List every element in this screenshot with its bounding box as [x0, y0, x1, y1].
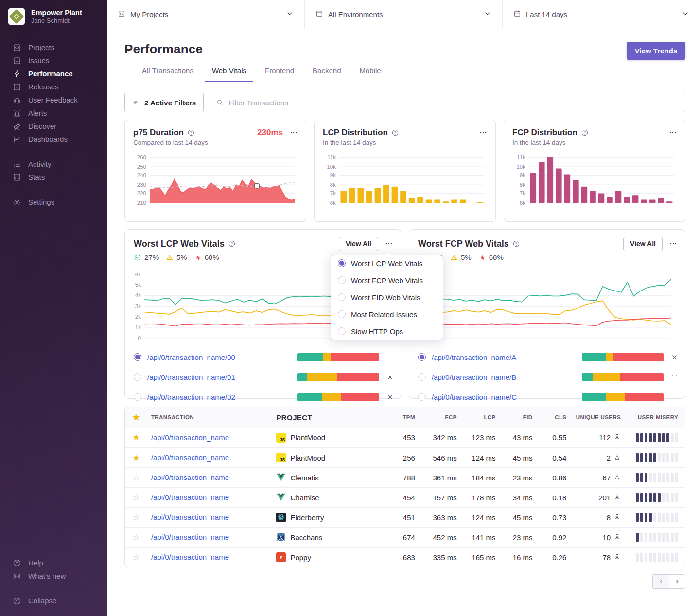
close-icon[interactable] [671, 394, 678, 401]
view-all-button[interactable]: View All [623, 237, 663, 251]
tab-mobile[interactable]: Mobile [352, 67, 387, 82]
transaction-link[interactable]: /api/0/transaction_name/B [432, 373, 582, 381]
worst-fcp-chart[interactable]: 6k5k4k3k2k1k0 [409, 265, 685, 347]
radio-unselected[interactable] [134, 373, 141, 381]
menu-item-worst-lcp-web-vitals[interactable]: Worst LCP Web Vitals [331, 255, 443, 272]
close-icon[interactable] [386, 354, 394, 361]
column-header-user-misery[interactable]: USER MISERY [625, 414, 685, 420]
help-icon[interactable] [512, 240, 520, 248]
ellipsis-menu-icon[interactable] [669, 129, 677, 137]
radio-unselected[interactable] [418, 393, 426, 401]
project-cell[interactable]: JSPlantMood [272, 453, 385, 462]
sidebar-item-issues[interactable]: Issues [0, 54, 107, 67]
sidebar-item-collapse[interactable]: Collapse [0, 594, 107, 607]
star-outline-icon[interactable]: ☆ [125, 494, 147, 502]
star-filled-icon[interactable]: ★ [125, 433, 147, 442]
lcp-distribution-chart[interactable]: 11k10k9k8k7k6k [323, 150, 487, 210]
date-range-selector[interactable]: Last 14 days [503, 0, 700, 29]
environment-selector[interactable]: All Environments [305, 0, 503, 29]
star-column-header[interactable]: ★ [125, 413, 147, 422]
view-all-button[interactable]: View All [339, 237, 378, 251]
ellipsis-menu-icon[interactable] [479, 129, 487, 137]
org-switcher[interactable]: Empower Plant Jane Schmidt [0, 8, 107, 25]
transaction-link[interactable]: /api/0/transaction_name [151, 473, 229, 481]
project-cell[interactable]: Chamise [272, 493, 385, 502]
transaction-link[interactable]: /api/0/transaction_name/C [432, 393, 582, 401]
sidebar-item-dashboards[interactable]: Dashboards [0, 133, 107, 146]
close-icon[interactable] [671, 354, 678, 361]
view-trends-button[interactable]: View Trends [627, 42, 685, 60]
tab-backend[interactable]: Backend [306, 67, 348, 82]
close-icon[interactable] [671, 374, 678, 381]
column-header-transaction[interactable]: TRANSACTION [147, 414, 273, 420]
sidebar-item-activity[interactable]: Activity [0, 157, 107, 171]
sidebar-item-releases[interactable]: Releases [0, 80, 107, 93]
sidebar-item-performance[interactable]: Performance [0, 67, 107, 80]
column-header-fid[interactable]: FID [500, 414, 537, 420]
transaction-link[interactable]: /api/0/transaction_name [151, 513, 229, 521]
transaction-link[interactable]: /api/0/transaction_name [151, 493, 229, 501]
radio-unselected[interactable] [418, 373, 426, 381]
tab-frontend[interactable]: Frontend [258, 67, 301, 82]
sidebar-item-settings[interactable]: Settings [0, 195, 107, 208]
help-icon[interactable] [581, 129, 589, 137]
radio-unselected[interactable] [134, 393, 141, 401]
sidebar-item-help[interactable]: Help [0, 556, 107, 569]
transaction-link[interactable]: /api/0/transaction_name/01 [147, 373, 298, 381]
star-outline-icon[interactable]: ☆ [125, 474, 147, 482]
transaction-link[interactable]: /api/0/transaction_name [151, 453, 229, 462]
sidebar-item-alerts[interactable]: Alerts [0, 106, 107, 120]
active-filters-button[interactable]: 2 Active Filters [124, 93, 204, 112]
project-cell[interactable]: Elderberry [272, 513, 385, 522]
project-cell[interactable]: JSPlantMood [272, 433, 385, 443]
sidebar-item-discover[interactable]: Discover [0, 120, 107, 133]
menu-item-most-related-issues[interactable]: Most Related Issues [331, 306, 443, 323]
project-cell[interactable]: Baccharis [272, 532, 385, 542]
p75-duration-chart[interactable]: 260250240230220210 [133, 150, 298, 210]
sidebar-item-label: Discover [28, 122, 56, 130]
column-header-project[interactable]: PROJECT [272, 413, 385, 422]
star-outline-icon[interactable]: ☆ [125, 553, 147, 562]
transaction-link[interactable]: /api/0/transaction_name/A [432, 353, 582, 361]
help-icon[interactable] [228, 240, 236, 248]
column-header-lcp[interactable]: LCP [461, 414, 500, 420]
transaction-link[interactable]: /api/0/transaction_name [151, 553, 229, 561]
column-header-unique-users[interactable]: UNIQUE USERS [570, 414, 625, 420]
menu-item-worst-fid-web-vitals[interactable]: Worst FID Web Vitals [331, 289, 443, 306]
tab-web-vitals[interactable]: Web Vitals [205, 67, 253, 82]
star-outline-icon[interactable]: ☆ [125, 513, 147, 522]
ellipsis-menu-icon[interactable] [669, 240, 677, 248]
menu-item-worst-fcp-web-vitals[interactable]: Worst FCP Web Vitals [331, 272, 443, 289]
previous-page-button[interactable] [652, 574, 669, 589]
transaction-link[interactable]: /api/0/transaction_name [151, 433, 229, 442]
transaction-link[interactable]: /api/0/transaction_name/00 [147, 353, 298, 361]
sidebar-item-user-feedback[interactable]: User Feedback [0, 93, 107, 106]
radio-selected[interactable] [418, 353, 426, 361]
close-icon[interactable] [386, 374, 394, 381]
column-header-tpm[interactable]: TPM [385, 414, 419, 420]
column-header-fcp[interactable]: FCP [419, 414, 461, 420]
column-header-cls[interactable]: CLS [536, 414, 570, 420]
lcp-value: 165 ms [461, 553, 500, 562]
next-page-button[interactable] [669, 574, 685, 589]
ellipsis-menu-icon[interactable] [385, 240, 393, 248]
project-cell[interactable]: ePoppy [272, 552, 385, 562]
project-cell[interactable]: Clematis [272, 473, 385, 482]
transaction-link[interactable]: /api/0/transaction_name/02 [147, 393, 298, 401]
sidebar-item-what-s-new[interactable]: What’s new [0, 569, 107, 582]
transaction-link[interactable]: /api/0/transaction_name [151, 533, 229, 541]
help-icon[interactable] [391, 129, 399, 137]
star-filled-icon[interactable]: ★ [125, 454, 147, 462]
ellipsis-menu-icon[interactable] [290, 129, 298, 137]
help-icon[interactable] [187, 129, 195, 137]
close-icon[interactable] [386, 394, 394, 401]
tab-all-transactions[interactable]: All Transactions [135, 67, 200, 82]
search-input[interactable] [210, 93, 685, 112]
sidebar-item-stats[interactable]: Stats [0, 171, 107, 184]
fcp-distribution-chart[interactable]: 11k10k9k8k7k6k [512, 150, 677, 210]
project-selector[interactable]: My Projects [107, 0, 305, 29]
sidebar-item-projects[interactable]: Projects [0, 41, 107, 54]
menu-item-slow-http-ops[interactable]: Slow HTTP Ops [331, 323, 443, 340]
star-outline-icon[interactable]: ☆ [125, 533, 147, 542]
radio-selected[interactable] [134, 353, 141, 361]
